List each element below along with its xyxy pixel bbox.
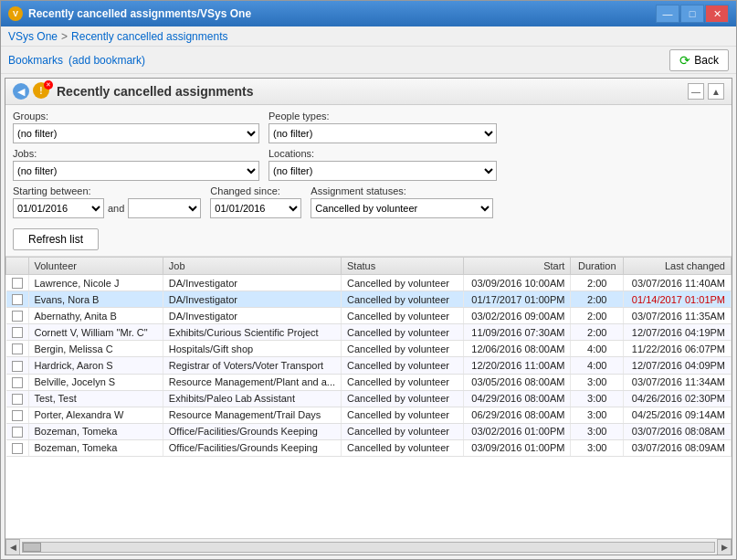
locations-label: Locations: [268, 148, 497, 159]
job-cell: DA/Investigator [163, 275, 341, 291]
table-row[interactable]: Bozeman, TomekaOffice/Facilities/Grounds… [6, 439, 732, 456]
job-cell: Exhibits/Paleo Lab Assistant [163, 390, 341, 407]
job-cell: DA/Investigator [163, 291, 341, 308]
status-cell: Cancelled by volunteer [342, 374, 463, 390]
col-header-start[interactable]: Start [463, 258, 571, 275]
locations-select[interactable]: (no filter) [268, 161, 497, 181]
duration-cell: 4:00 [571, 341, 624, 357]
last-changed-cell: 12/07/2016 04:19PM [624, 324, 732, 341]
scroll-right-button[interactable]: ▶ [717, 539, 732, 555]
start-date1-select[interactable]: 01/01/2016 [13, 198, 104, 218]
row-checkbox[interactable] [12, 427, 23, 438]
date-row: 01/01/2016 and [13, 198, 201, 218]
row-checkbox[interactable] [12, 443, 23, 454]
volunteer-cell: Evans, Nora B [28, 291, 163, 308]
col-header-status[interactable]: Status [342, 258, 463, 275]
panel-collapse-button[interactable]: — [688, 83, 704, 100]
row-checkbox[interactable] [12, 311, 23, 322]
start-cell: 12/06/2016 08:00AM [463, 341, 571, 357]
status-cell: Cancelled by volunteer [342, 407, 463, 423]
horizontal-scrollbar[interactable]: ◀ ▶ [5, 538, 732, 555]
people-types-select[interactable]: (no filter) [268, 123, 497, 143]
scroll-track[interactable] [22, 542, 715, 553]
row-checkbox[interactable] [12, 394, 23, 405]
table-row[interactable]: Test, TestExhibits/Paleo Lab AssistantCa… [6, 390, 732, 407]
back-button[interactable]: ⟳ Back [669, 49, 729, 71]
panel-arrow-button[interactable]: ▲ [708, 83, 724, 100]
filter-row-3: Starting between: 01/01/2016 and Changed… [13, 185, 724, 218]
nav-circle-icon[interactable]: ◀ [13, 83, 29, 100]
scroll-thumb[interactable] [23, 543, 41, 552]
table-row[interactable]: Evans, Nora BDA/InvestigatorCancelled by… [6, 291, 732, 308]
row-checkbox[interactable] [12, 278, 23, 289]
job-cell: Office/Facilities/Grounds Keeping [163, 439, 341, 456]
filter-row-1: Groups: (no filter) People types: (no fi… [13, 111, 724, 143]
filters-area: Groups: (no filter) People types: (no fi… [5, 105, 732, 257]
back-icon: ⟳ [679, 53, 690, 68]
col-header-check[interactable] [6, 258, 29, 275]
table-row[interactable]: Porter, Alexandra WResource Management/T… [6, 407, 732, 423]
table-row[interactable]: Abernathy, Anita BDA/InvestigatorCancell… [6, 308, 732, 324]
minimize-button[interactable]: — [656, 5, 679, 23]
title-bar-controls: — □ ✕ [656, 5, 729, 23]
col-header-job[interactable]: Job [163, 258, 341, 275]
table-row[interactable]: Hardrick, Aaron SRegistrar of Voters/Vot… [6, 357, 732, 374]
row-checkbox[interactable] [12, 377, 23, 388]
maximize-button[interactable]: □ [680, 5, 704, 23]
duration-cell: 2:00 [571, 324, 624, 341]
row-checkbox[interactable] [12, 294, 23, 305]
last-changed-cell: 04/25/2016 09:14AM [624, 407, 732, 423]
last-changed-cell: 03/07/2016 11:35AM [624, 308, 732, 324]
last-changed-cell: 04/26/2016 02:30PM [624, 390, 732, 407]
jobs-select[interactable]: (no filter) [13, 161, 259, 181]
filter-row-2: Jobs: (no filter) Locations: (no filter) [13, 148, 724, 181]
last-changed-cell: 01/14/2017 01:01PM [624, 291, 732, 308]
row-checkbox[interactable] [12, 410, 23, 421]
job-cell: Resource Management/Plant and a... [163, 374, 341, 390]
last-changed-cell: 12/07/2016 04:09PM [624, 357, 732, 374]
job-cell: Office/Facilities/Grounds Keeping [163, 423, 341, 439]
starting-between-filter: Starting between: 01/01/2016 and [13, 185, 201, 218]
close-button[interactable]: ✕ [705, 5, 729, 23]
row-checkbox[interactable] [12, 361, 23, 372]
results-table-container[interactable]: Volunteer Job Status Start Duration Last… [5, 257, 732, 538]
table-row[interactable]: Cornett V, William "Mr. C"Exhibits/Curio… [6, 324, 732, 341]
table-row[interactable]: Bozeman, TomekaOffice/Facilities/Grounds… [6, 423, 732, 439]
assignment-statuses-filter: Assignment statuses: Cancelled by volunt… [311, 185, 493, 218]
refresh-button[interactable]: Refresh list [13, 228, 99, 250]
table-row[interactable]: Bergin, Melissa CHospitals/Gift shopCanc… [6, 341, 732, 357]
volunteer-cell: Hardrick, Aaron S [28, 357, 163, 374]
row-checkbox[interactable] [12, 327, 23, 338]
assignment-statuses-select[interactable]: Cancelled by volunteer [311, 198, 493, 218]
table-row[interactable]: Belville, Jocelyn SResource Management/P… [6, 374, 732, 390]
status-cell: Cancelled by volunteer [342, 275, 463, 291]
title-bar-left: V Recently cancelled assignments/VSys On… [8, 6, 251, 21]
job-cell: Exhibits/Curious Scientific Project [163, 324, 341, 341]
row-checkbox[interactable] [12, 343, 23, 354]
col-header-volunteer[interactable]: Volunteer [28, 258, 163, 275]
volunteer-cell: Test, Test [28, 390, 163, 407]
duration-cell: 3:00 [571, 407, 624, 423]
start-cell: 04/29/2016 08:00AM [463, 390, 571, 407]
people-types-filter: People types: (no filter) [268, 111, 497, 143]
table-row[interactable]: Lawrence, Nicole JDA/InvestigatorCancell… [6, 275, 732, 291]
groups-select[interactable]: (no filter) [13, 123, 259, 143]
groups-label: Groups: [13, 111, 259, 122]
scroll-left-button[interactable]: ◀ [5, 539, 20, 555]
start-cell: 12/20/2016 11:00AM [463, 357, 571, 374]
locations-filter: Locations: (no filter) [268, 148, 497, 181]
volunteer-cell: Cornett V, William "Mr. C" [28, 324, 163, 341]
starting-between-label: Starting between: [13, 185, 201, 196]
changed-since-select[interactable]: 01/01/2016 [210, 198, 301, 218]
app-icon: V [8, 6, 23, 21]
last-changed-cell: 03/07/2016 11:40AM [624, 275, 732, 291]
bookmarks-link[interactable]: Bookmarks [8, 54, 63, 67]
add-bookmark-link[interactable]: (add bookmark) [68, 54, 145, 67]
start-date2-select[interactable] [128, 198, 201, 218]
start-cell: 03/09/2016 01:00PM [463, 439, 571, 456]
breadcrumb-current[interactable]: Recently cancelled assignments [71, 30, 227, 43]
breadcrumb-root[interactable]: VSys One [8, 30, 58, 43]
col-header-duration[interactable]: Duration [571, 258, 624, 275]
job-cell: Registrar of Voters/Voter Transport [163, 357, 341, 374]
col-header-last-changed[interactable]: Last changed [624, 258, 732, 275]
